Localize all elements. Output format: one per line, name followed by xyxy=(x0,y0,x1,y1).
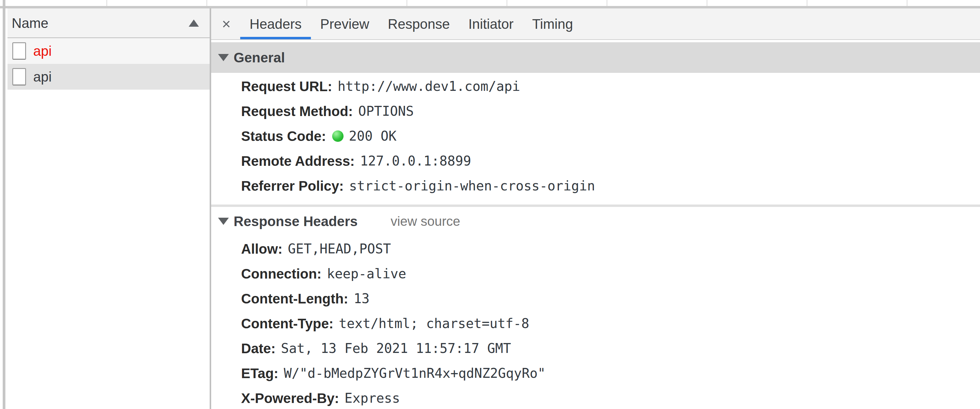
header-field-request-method: Request Method: OPTIONS xyxy=(211,99,980,123)
status-ok-dot-icon xyxy=(332,131,344,142)
field-value: 200 OK xyxy=(349,128,396,144)
tab-response[interactable]: Response xyxy=(379,8,459,39)
field-value: keep-alive xyxy=(327,266,406,281)
response-headers-section-header[interactable]: Response Headers view source xyxy=(211,207,980,235)
panel-top-border xyxy=(0,6,980,8)
field-label: Status Code: xyxy=(241,128,326,144)
field-label: Referrer Policy: xyxy=(241,178,344,194)
sort-ascending-icon[interactable] xyxy=(189,19,199,27)
triangle-down-icon xyxy=(218,54,229,61)
field-label: Connection: xyxy=(241,266,321,282)
devtools-network-panel: { "colors": { "accent_blue": "#2d7be0", … xyxy=(0,0,980,409)
general-section-header[interactable]: General xyxy=(211,42,980,73)
field-value: 13 xyxy=(354,291,370,306)
header-field-x-powered-by: X-Powered-By: Express xyxy=(211,386,980,409)
request-name: api xyxy=(33,69,51,85)
header-field-remote-address: Remote Address: 127.0.0.1:8899 xyxy=(211,149,980,173)
field-label: Content-Length: xyxy=(241,291,348,307)
tab-preview[interactable]: Preview xyxy=(311,8,379,39)
field-label: ETag: xyxy=(241,365,278,382)
header-field-etag: ETag: W/"d-bMedpZYGrVt1nR4x+qdNZ2GqyRo" xyxy=(211,361,980,386)
close-icon[interactable]: × xyxy=(211,8,240,39)
field-value: GET,HEAD,POST xyxy=(288,241,391,256)
field-label: Allow: xyxy=(241,241,282,257)
name-column-label: Name xyxy=(12,15,49,31)
field-value: W/"d-bMedpZYGrVt1nR4x+qdNZ2GqyRo" xyxy=(284,366,546,381)
header-field-referrer-policy: Referrer Policy: strict-origin-when-cros… xyxy=(211,173,980,198)
response-header-fields: Allow: GET,HEAD,POST Connection: keep-al… xyxy=(211,236,980,409)
table-row[interactable]: api xyxy=(8,38,210,64)
name-column-header[interactable]: Name xyxy=(8,8,210,38)
field-label: Remote Address: xyxy=(241,153,355,169)
field-value: strict-origin-when-cross-origin xyxy=(349,178,595,193)
field-value: Sat, 13 Feb 2021 11:57:17 GMT xyxy=(281,340,511,356)
header-field-date: Date: Sat, 13 Feb 2021 11:57:17 GMT xyxy=(211,336,980,361)
header-field-request-url: Request URL: http://www.dev1.com/api xyxy=(211,74,980,99)
field-value: OPTIONS xyxy=(358,104,414,119)
header-field-status-code: Status Code: 200 OK xyxy=(211,123,980,149)
request-checkbox[interactable] xyxy=(12,42,26,60)
table-row[interactable]: api xyxy=(8,64,210,89)
request-details-pane: × Headers Preview Response Initiator Tim… xyxy=(211,8,980,409)
field-value: Express xyxy=(344,390,400,406)
response-headers-title: Response Headers xyxy=(234,213,358,229)
tab-initiator[interactable]: Initiator xyxy=(459,8,523,39)
request-name: api xyxy=(33,43,51,59)
header-field-connection: Connection: keep-alive xyxy=(211,261,980,286)
view-source-link[interactable]: view source xyxy=(391,214,460,229)
field-value: 127.0.0.1:8899 xyxy=(360,153,471,169)
request-checkbox[interactable] xyxy=(12,68,26,85)
header-field-content-type: Content-Type: text/html; charset=utf-8 xyxy=(211,311,980,336)
left-gutter-bar xyxy=(3,0,5,409)
tab-headers[interactable]: Headers xyxy=(240,8,311,39)
tab-timing[interactable]: Timing xyxy=(523,8,582,39)
column-guides-strip xyxy=(0,0,980,6)
details-tab-bar: × Headers Preview Response Initiator Tim… xyxy=(211,8,980,40)
field-label: Request URL: xyxy=(241,78,332,94)
general-section-title: General xyxy=(234,50,285,66)
field-label: X-Powered-By: xyxy=(241,390,339,406)
field-label: Request Method: xyxy=(241,103,353,119)
general-fields: Request URL: http://www.dev1.com/api Req… xyxy=(211,74,980,198)
field-value: http://www.dev1.com/api xyxy=(337,78,520,94)
section-divider xyxy=(211,204,980,207)
triangle-down-icon xyxy=(218,218,229,225)
header-field-content-length: Content-Length: 13 xyxy=(211,286,980,311)
network-request-list: Name api api xyxy=(8,8,210,409)
header-field-allow: Allow: GET,HEAD,POST xyxy=(211,236,980,261)
field-label: Content-Type: xyxy=(241,315,333,332)
field-label: Date: xyxy=(241,340,275,356)
field-value: text/html; charset=utf-8 xyxy=(339,316,529,331)
